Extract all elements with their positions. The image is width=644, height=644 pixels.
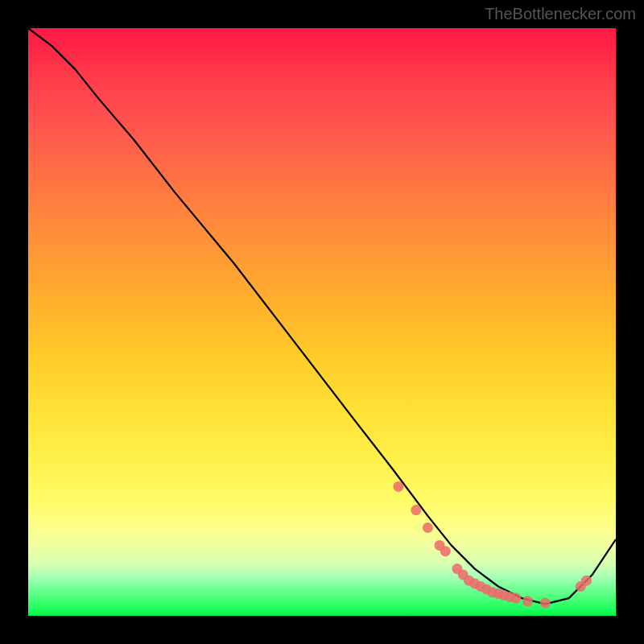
svg-point-17 [540,597,551,608]
svg-point-2 [423,522,433,533]
svg-point-19 [581,576,592,586]
curve-line [28,28,616,604]
chart-plot-area [28,28,616,616]
svg-point-15 [510,593,521,604]
svg-point-1 [411,505,421,515]
chart-svg [28,28,616,616]
svg-point-4 [440,546,451,556]
svg-point-16 [522,596,533,606]
watermark: TheBottlenecker.com [485,5,636,23]
svg-point-0 [393,481,403,492]
curve-markers [393,481,592,609]
